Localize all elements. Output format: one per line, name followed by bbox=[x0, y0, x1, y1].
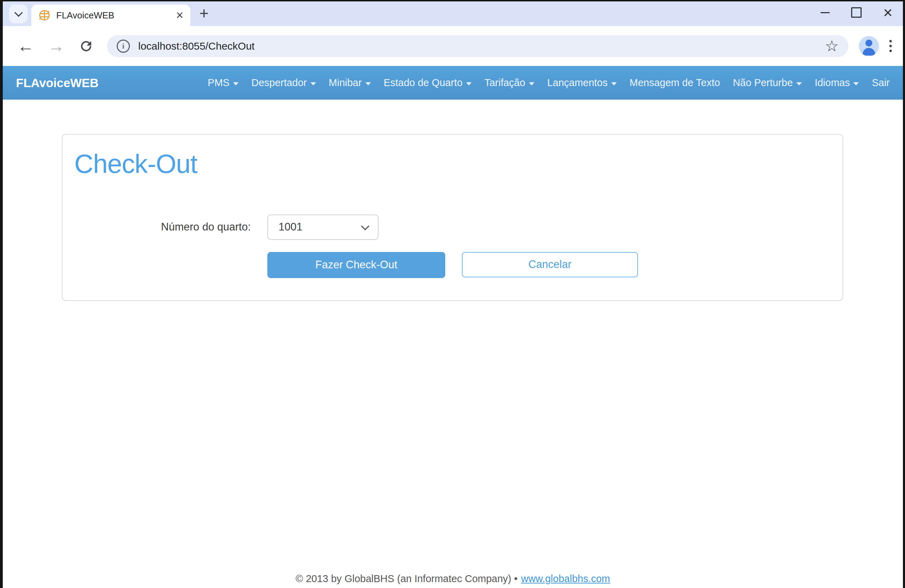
caret-down-icon bbox=[853, 82, 859, 86]
caret-down-icon bbox=[365, 82, 371, 86]
avatar-person-icon bbox=[865, 40, 872, 46]
tab-title: FLAvoiceWEB bbox=[56, 10, 176, 21]
page-footer: © 2013 by GlobalBHS (an Informatec Compa… bbox=[3, 573, 903, 585]
tab-search-button[interactable] bbox=[9, 5, 28, 23]
nav-menu: PMS Despertador Minibar Estado de Quarto… bbox=[208, 77, 890, 89]
bookmark-star-icon[interactable]: ☆ bbox=[825, 38, 839, 54]
forward-icon[interactable]: → bbox=[48, 38, 65, 54]
nav-item-despertador[interactable]: Despertador bbox=[251, 77, 316, 89]
window-controls: × bbox=[821, 2, 892, 24]
url-text: localhost:8055/CheckOut bbox=[138, 40, 825, 52]
reload-icon[interactable] bbox=[78, 38, 94, 54]
close-window-icon[interactable]: × bbox=[883, 5, 892, 21]
chevron-down-icon bbox=[361, 222, 369, 230]
maximize-icon[interactable] bbox=[851, 7, 862, 18]
favicon-globe-icon bbox=[38, 9, 51, 22]
page-title: Check-Out bbox=[74, 149, 831, 178]
room-number-row: Número do quarto: 1001 bbox=[74, 214, 831, 240]
tab-strip: FLAvoiceWEB × + × bbox=[3, 2, 903, 26]
room-number-select[interactable]: 1001 bbox=[267, 214, 378, 240]
page-content: Check-Out Número do quarto: 1001 Fazer C… bbox=[3, 100, 903, 588]
url-bar[interactable]: i localhost:8055/CheckOut ☆ bbox=[107, 35, 848, 57]
caret-down-icon bbox=[529, 82, 535, 86]
caret-down-icon bbox=[233, 82, 238, 86]
caret-down-icon bbox=[611, 82, 617, 86]
cancel-button[interactable]: Cancelar bbox=[462, 252, 638, 277]
browser-menu-icon[interactable] bbox=[889, 40, 892, 52]
chevron-down-icon bbox=[14, 8, 22, 17]
browser-toolbar: ← → i localhost:8055/CheckOut ☆ bbox=[3, 26, 903, 66]
caret-down-icon bbox=[796, 82, 802, 86]
caret-down-icon bbox=[310, 82, 316, 86]
globalbhs-link[interactable]: www.globalbhs.com bbox=[521, 573, 610, 584]
room-number-value: 1001 bbox=[278, 221, 362, 233]
close-tab-icon[interactable]: × bbox=[176, 9, 183, 22]
new-tab-button[interactable]: + bbox=[199, 5, 209, 21]
browser-window: FLAvoiceWEB × + × ← → i localhost:8055/C… bbox=[3, 2, 903, 588]
nav-item-minibar[interactable]: Minibar bbox=[329, 77, 371, 89]
minimize-icon[interactable] bbox=[821, 12, 830, 13]
checkout-submit-button[interactable]: Fazer Check-Out bbox=[267, 252, 445, 278]
browser-tab[interactable]: FLAvoiceWEB × bbox=[31, 5, 190, 26]
nav-item-lancamentos[interactable]: Lançamentos bbox=[547, 77, 617, 89]
checkout-card: Check-Out Número do quarto: 1001 Fazer C… bbox=[62, 134, 843, 301]
nav-item-nao-perturbe[interactable]: Não Perturbe bbox=[733, 77, 802, 89]
nav-item-sair[interactable]: Sair bbox=[872, 77, 890, 89]
nav-item-pms[interactable]: PMS bbox=[208, 77, 238, 89]
app-brand[interactable]: FLAvoiceWEB bbox=[16, 76, 98, 90]
profile-avatar[interactable] bbox=[859, 36, 879, 56]
room-number-label: Número do quarto: bbox=[74, 221, 251, 233]
nav-item-estado-de-quarto[interactable]: Estado de Quarto bbox=[384, 77, 472, 89]
nav-item-idiomas[interactable]: Idiomas bbox=[815, 77, 859, 89]
site-info-icon[interactable]: i bbox=[117, 40, 130, 53]
back-icon[interactable]: ← bbox=[17, 38, 34, 54]
action-buttons: Fazer Check-Out Cancelar bbox=[267, 252, 831, 278]
caret-down-icon bbox=[466, 82, 472, 86]
nav-item-tarifacao[interactable]: Tarifação bbox=[484, 77, 535, 89]
app-navbar: FLAvoiceWEB PMS Despertador Minibar Esta… bbox=[3, 66, 903, 100]
copyright-text: © 2013 by GlobalBHS (an Informatec Compa… bbox=[295, 573, 518, 584]
nav-item-mensagem-de-texto[interactable]: Mensagem de Texto bbox=[630, 77, 720, 89]
